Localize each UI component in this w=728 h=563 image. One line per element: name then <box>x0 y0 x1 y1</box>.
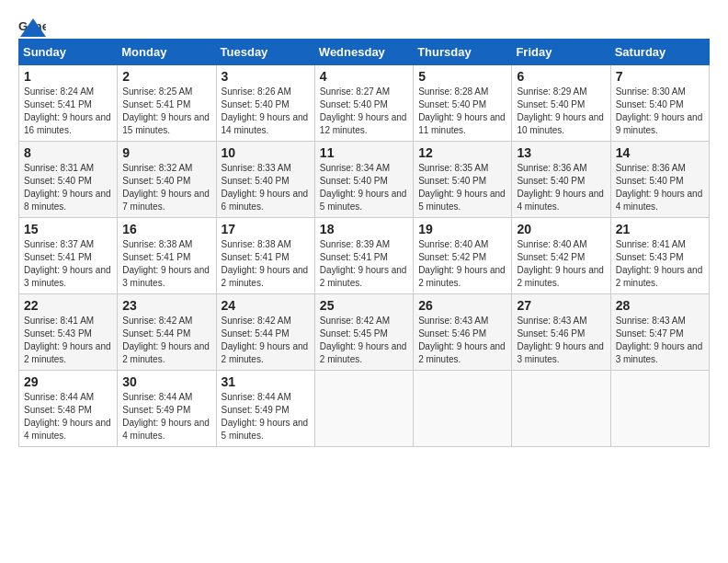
day-info: Sunrise: 8:43 AMSunset: 5:46 PMDaylight:… <box>418 316 506 364</box>
day-info: Sunrise: 8:34 AMSunset: 5:40 PMDaylight:… <box>320 163 407 212</box>
calendar-header-wednesday: Wednesday <box>314 40 413 65</box>
calendar-cell: 21 Sunrise: 8:41 AMSunset: 5:43 PMDaylig… <box>610 218 709 294</box>
day-number: 27 <box>517 298 605 313</box>
calendar-cell: 14 Sunrise: 8:36 AMSunset: 5:40 PMDaylig… <box>610 142 709 218</box>
calendar-cell: 17 Sunrise: 8:38 AMSunset: 5:41 PMDaylig… <box>216 218 314 294</box>
day-info: Sunrise: 8:38 AMSunset: 5:41 PMDaylight:… <box>122 239 210 288</box>
calendar-cell: 26 Sunrise: 8:43 AMSunset: 5:46 PMDaylig… <box>414 294 512 371</box>
day-number: 2 <box>122 69 210 84</box>
day-number: 15 <box>24 222 112 236</box>
calendar-cell: 4 Sunrise: 8:27 AMSunset: 5:40 PMDayligh… <box>314 65 413 142</box>
calendar-week-4: 22 Sunrise: 8:41 AMSunset: 5:43 PMDaylig… <box>19 294 710 371</box>
day-info: Sunrise: 8:42 AMSunset: 5:44 PMDaylight:… <box>122 316 210 364</box>
calendar-cell: 15 Sunrise: 8:37 AMSunset: 5:41 PMDaylig… <box>19 218 118 294</box>
day-number: 5 <box>418 69 506 84</box>
day-info: Sunrise: 8:44 AMSunset: 5:48 PMDaylight:… <box>24 392 111 441</box>
day-info: Sunrise: 8:39 AMSunset: 5:41 PMDaylight:… <box>320 239 407 288</box>
calendar-cell: 19 Sunrise: 8:40 AMSunset: 5:42 PMDaylig… <box>414 218 512 294</box>
calendar-header-saturday: Saturday <box>610 40 709 65</box>
day-number: 7 <box>616 69 704 84</box>
calendar-cell <box>414 371 512 447</box>
calendar-header-tuesday: Tuesday <box>216 40 314 65</box>
day-number: 29 <box>24 374 112 389</box>
day-number: 13 <box>517 145 605 160</box>
day-info: Sunrise: 8:30 AMSunset: 5:40 PMDaylight:… <box>616 86 703 135</box>
page-header: General <box>18 18 710 31</box>
calendar-cell: 10 Sunrise: 8:33 AMSunset: 5:40 PMDaylig… <box>216 142 314 218</box>
calendar-week-3: 15 Sunrise: 8:37 AMSunset: 5:41 PMDaylig… <box>19 218 710 294</box>
calendar-header-monday: Monday <box>118 40 216 65</box>
day-info: Sunrise: 8:31 AMSunset: 5:40 PMDaylight:… <box>24 163 111 212</box>
day-number: 28 <box>616 298 704 313</box>
day-info: Sunrise: 8:44 AMSunset: 5:49 PMDaylight:… <box>122 392 210 441</box>
day-info: Sunrise: 8:35 AMSunset: 5:40 PMDaylight:… <box>418 163 506 212</box>
day-number: 17 <box>222 222 310 236</box>
day-number: 31 <box>222 374 310 389</box>
day-number: 1 <box>24 69 112 84</box>
calendar-cell: 6 Sunrise: 8:29 AMSunset: 5:40 PMDayligh… <box>512 65 610 142</box>
calendar-cell <box>314 371 413 447</box>
calendar-cell: 16 Sunrise: 8:38 AMSunset: 5:41 PMDaylig… <box>118 218 216 294</box>
logo: General <box>18 18 46 31</box>
day-number: 11 <box>320 145 408 160</box>
day-info: Sunrise: 8:41 AMSunset: 5:43 PMDaylight:… <box>24 316 111 364</box>
calendar-cell: 30 Sunrise: 8:44 AMSunset: 5:49 PMDaylig… <box>118 371 216 447</box>
day-number: 23 <box>122 298 210 313</box>
day-number: 18 <box>320 222 408 236</box>
calendar-cell: 11 Sunrise: 8:34 AMSunset: 5:40 PMDaylig… <box>314 142 413 218</box>
day-info: Sunrise: 8:24 AMSunset: 5:41 PMDaylight:… <box>24 86 111 135</box>
calendar-week-1: 1 Sunrise: 8:24 AMSunset: 5:41 PMDayligh… <box>19 65 710 142</box>
calendar-header-row: SundayMondayTuesdayWednesdayThursdayFrid… <box>19 40 710 65</box>
calendar-cell: 12 Sunrise: 8:35 AMSunset: 5:40 PMDaylig… <box>414 142 512 218</box>
calendar-cell: 28 Sunrise: 8:43 AMSunset: 5:47 PMDaylig… <box>610 294 709 371</box>
day-info: Sunrise: 8:44 AMSunset: 5:49 PMDaylight:… <box>222 392 309 441</box>
day-info: Sunrise: 8:43 AMSunset: 5:46 PMDaylight:… <box>517 316 604 364</box>
day-info: Sunrise: 8:42 AMSunset: 5:44 PMDaylight:… <box>222 316 309 364</box>
calendar-cell: 13 Sunrise: 8:36 AMSunset: 5:40 PMDaylig… <box>512 142 610 218</box>
calendar-cell: 1 Sunrise: 8:24 AMSunset: 5:41 PMDayligh… <box>19 65 118 142</box>
svg-marker-1 <box>20 18 46 37</box>
day-info: Sunrise: 8:38 AMSunset: 5:41 PMDaylight:… <box>222 239 309 288</box>
calendar-cell: 7 Sunrise: 8:30 AMSunset: 5:40 PMDayligh… <box>610 65 709 142</box>
day-info: Sunrise: 8:37 AMSunset: 5:41 PMDaylight:… <box>24 239 111 288</box>
calendar-cell: 25 Sunrise: 8:42 AMSunset: 5:45 PMDaylig… <box>314 294 413 371</box>
day-number: 14 <box>616 145 704 160</box>
calendar-week-5: 29 Sunrise: 8:44 AMSunset: 5:48 PMDaylig… <box>19 371 710 447</box>
day-number: 8 <box>24 145 112 160</box>
calendar-cell: 27 Sunrise: 8:43 AMSunset: 5:46 PMDaylig… <box>512 294 610 371</box>
day-info: Sunrise: 8:25 AMSunset: 5:41 PMDaylight:… <box>122 86 210 135</box>
calendar-cell: 9 Sunrise: 8:32 AMSunset: 5:40 PMDayligh… <box>118 142 216 218</box>
day-number: 12 <box>418 145 506 160</box>
day-info: Sunrise: 8:33 AMSunset: 5:40 PMDaylight:… <box>222 163 309 212</box>
day-number: 9 <box>122 145 210 160</box>
day-info: Sunrise: 8:26 AMSunset: 5:40 PMDaylight:… <box>222 86 309 135</box>
calendar-header-thursday: Thursday <box>414 40 512 65</box>
calendar-cell: 24 Sunrise: 8:42 AMSunset: 5:44 PMDaylig… <box>216 294 314 371</box>
calendar-header-sunday: Sunday <box>19 40 118 65</box>
day-info: Sunrise: 8:28 AMSunset: 5:40 PMDaylight:… <box>418 86 506 135</box>
calendar-cell: 2 Sunrise: 8:25 AMSunset: 5:41 PMDayligh… <box>118 65 216 142</box>
day-info: Sunrise: 8:36 AMSunset: 5:40 PMDaylight:… <box>517 163 604 212</box>
day-number: 4 <box>320 69 408 84</box>
logo-arrow-icon <box>20 18 46 37</box>
calendar-cell <box>610 371 709 447</box>
calendar-week-2: 8 Sunrise: 8:31 AMSunset: 5:40 PMDayligh… <box>19 142 710 218</box>
day-number: 26 <box>418 298 506 313</box>
day-number: 20 <box>517 222 605 236</box>
day-info: Sunrise: 8:27 AMSunset: 5:40 PMDaylight:… <box>320 86 407 135</box>
calendar-cell: 29 Sunrise: 8:44 AMSunset: 5:48 PMDaylig… <box>19 371 118 447</box>
calendar-cell: 31 Sunrise: 8:44 AMSunset: 5:49 PMDaylig… <box>216 371 314 447</box>
day-number: 3 <box>222 69 310 84</box>
day-number: 25 <box>320 298 408 313</box>
calendar-table: SundayMondayTuesdayWednesdayThursdayFrid… <box>18 39 710 447</box>
day-info: Sunrise: 8:40 AMSunset: 5:42 PMDaylight:… <box>517 239 604 288</box>
day-number: 16 <box>122 222 210 236</box>
calendar-header-friday: Friday <box>512 40 610 65</box>
calendar-cell: 22 Sunrise: 8:41 AMSunset: 5:43 PMDaylig… <box>19 294 118 371</box>
calendar-cell: 18 Sunrise: 8:39 AMSunset: 5:41 PMDaylig… <box>314 218 413 294</box>
day-number: 30 <box>122 374 210 389</box>
day-info: Sunrise: 8:42 AMSunset: 5:45 PMDaylight:… <box>320 316 407 364</box>
day-info: Sunrise: 8:40 AMSunset: 5:42 PMDaylight:… <box>418 239 506 288</box>
day-info: Sunrise: 8:36 AMSunset: 5:40 PMDaylight:… <box>616 163 703 212</box>
day-number: 24 <box>222 298 310 313</box>
